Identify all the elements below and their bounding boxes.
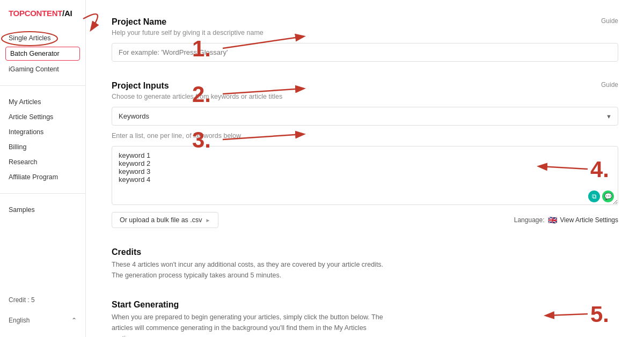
sidebar-item-article-settings[interactable]: Article Settings: [0, 109, 85, 124]
credit-label: Credit : 5: [9, 296, 77, 304]
logo: TOPCONTENT/AI: [0, 9, 85, 26]
upload-csv-label: Or upload a bulk file as .csv: [120, 216, 202, 224]
sidebar-item-integrations[interactable]: Integrations: [0, 124, 85, 140]
upload-csv-button[interactable]: Or upload a bulk file as .csv ►: [112, 212, 218, 228]
project-inputs-subtitle: Choose to generate articles from keyword…: [112, 93, 618, 100]
logo-text: TOPCONTENT/AI: [9, 9, 77, 18]
logo-top: TOP: [9, 9, 25, 18]
sidebar-nav-bottom: Samples: [0, 198, 85, 222]
sidebar: TOPCONTENT/AI Single Articles Batch Gene…: [0, 0, 86, 337]
project-name-header: Guide Project Name: [112, 17, 618, 29]
project-name-subtitle: Help your future self by giving it a des…: [112, 29, 618, 36]
keywords-textarea-wrapper: keyword 1 keyword 2 keyword 3 keyword 4 …: [112, 146, 618, 207]
main-content: Guide Project Name Help your future self…: [86, 0, 644, 337]
keywords-select[interactable]: Keywords Article Titles: [112, 107, 618, 126]
whatsapp-icon[interactable]: 💬: [602, 191, 614, 202]
project-name-section: Guide Project Name Help your future self…: [112, 17, 618, 62]
logo-content: CONTENT: [25, 9, 62, 18]
language-selector[interactable]: English ⌃: [9, 317, 77, 324]
sidebar-item-my-articles[interactable]: My Articles: [0, 94, 85, 109]
credits-title: Credits: [112, 247, 618, 257]
credits-text: These 4 articles won't incur any additio…: [112, 259, 391, 281]
project-inputs-guide[interactable]: Guide: [601, 81, 618, 89]
keywords-select-wrapper: Keywords Article Titles ▼: [112, 107, 618, 126]
sidebar-item-single-articles[interactable]: Single Articles: [0, 31, 85, 46]
view-article-settings-link[interactable]: View Article Settings: [560, 216, 619, 224]
sidebar-item-batch-generator[interactable]: Batch Generator: [5, 47, 80, 61]
sidebar-item-igaming-content[interactable]: iGaming Content: [0, 62, 85, 77]
project-name-title: Project Name: [112, 17, 618, 27]
keywords-textarea-label: Enter a list, one per line, of keywords …: [112, 132, 618, 140]
language-settings: Language: 🇬🇧 View Article Settings: [514, 216, 618, 224]
language-text-label: Language:: [514, 216, 545, 224]
sidebar-item-billing[interactable]: Billing: [0, 140, 85, 155]
project-name-input[interactable]: [112, 43, 618, 62]
sidebar-nav-secondary: My Articles Article Settings Integration…: [0, 90, 85, 189]
project-inputs-title: Project Inputs: [112, 81, 618, 91]
copy-icon[interactable]: ⧉: [588, 191, 600, 202]
project-inputs-section: Guide Project Inputs Choose to generate …: [112, 81, 618, 228]
project-inputs-header: Guide Project Inputs: [112, 81, 618, 93]
keywords-textarea[interactable]: keyword 1 keyword 2 keyword 3 keyword 4: [112, 146, 618, 205]
flag-icon: 🇬🇧: [548, 216, 557, 224]
sidebar-item-affiliate-program[interactable]: Affiliate Program: [0, 170, 85, 185]
sidebar-divider-1: [0, 85, 85, 86]
start-generating-section: Start Generating When you are prepared t…: [112, 300, 618, 337]
start-generating-text: When you are prepared to begin generatin…: [112, 312, 391, 337]
credits-section: Credits These 4 articles won't incur any…: [112, 247, 618, 281]
chevron-up-icon: ⌃: [71, 317, 77, 324]
start-generating-title: Start Generating: [112, 300, 618, 310]
language-label: English: [9, 317, 30, 324]
sidebar-nav-primary: Single Articles Batch Generator iGaming …: [0, 26, 85, 81]
sidebar-item-samples[interactable]: Samples: [0, 202, 85, 217]
sidebar-footer: Credit : 5 English ⌃: [0, 292, 85, 328]
logo-suffix: /AI: [62, 9, 72, 18]
sidebar-divider-2: [0, 193, 85, 194]
textarea-action-icons: ⧉ 💬: [588, 191, 614, 202]
upload-chevron-icon: ►: [206, 217, 211, 223]
sidebar-item-research[interactable]: Research: [0, 155, 85, 170]
upload-row: Or upload a bulk file as .csv ► Language…: [112, 212, 618, 228]
project-name-guide[interactable]: Guide: [601, 17, 618, 25]
